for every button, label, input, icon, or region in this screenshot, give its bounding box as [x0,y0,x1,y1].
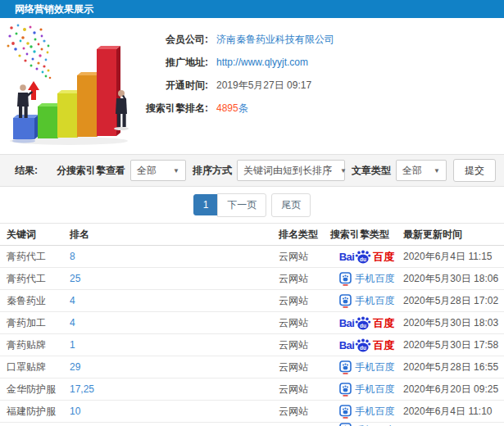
engine-cell: 手机百度 [330,272,403,286]
mobile-baidu-badge: 手机百度 [339,423,395,426]
rank-link[interactable]: 4 [70,317,279,329]
keyword-cell: 金华防护服 [7,383,70,397]
mobile-baidu-badge: 手机百度 [339,272,395,286]
rank-link[interactable]: 17,25 [70,383,279,395]
pagination: 1 下一页 尾页 [0,187,504,223]
sort-select[interactable]: 关键词由短到长排序 ▼ [237,160,345,181]
info-row-open-time: 开通时间: 2019年5月27日 09:17 [138,74,504,97]
article-type-select[interactable]: 全部 ▼ [396,160,447,181]
rank-link[interactable]: 4 [70,295,279,306]
table-body: 膏药代工 8 云网站 Bai du 百度 2020年6月4日 11:15 膏药代… [0,246,504,426]
keyword-cell: 秦鲁药业 [7,294,70,308]
keyword-cell: 口罩贴牌 [7,360,70,374]
member-info-panel: 会员公司: 济南秦鲁药业科技有限公司 推广地址: http://www.qlyy… [138,18,504,154]
mobile-baidu-badge: 手机百度 [339,360,395,374]
rank-type-cell: 云网站 [279,316,330,330]
rank-link[interactable]: 10 [70,406,279,417]
table-row: 口罩贴牌 29 云网站 手机百度 2020年5月28日 16:55 [0,356,504,378]
info-row-company: 会员公司: 济南秦鲁药业科技有限公司 [138,28,504,51]
submit-button[interactable]: 提交 [453,159,496,182]
table-row: 金华防护服 17,25 云网站 手机百度 2020年6月20日 09:25 [0,378,504,401]
company-link[interactable]: 济南秦鲁药业科技有限公司 [216,28,334,51]
article-type-label: 文章类型 [352,164,391,178]
rank-link[interactable]: 1 [70,339,279,351]
baidu-logo-bai-text: Bai [339,340,355,351]
rank-type-cell: 云网站 [279,360,330,374]
updated-cell: 2020年5月30日 18:06 [403,272,504,286]
table-header-row: 关键词 排名 排名类型 搜索引擎类型 最新更新时间 [0,223,504,246]
engine-cell: Bai du 百度 [330,250,403,264]
baidu-logo-cn-text: 百度 [373,318,394,329]
mobile-baidu-label: 手机百度 [356,296,395,306]
rank-link[interactable]: 29 [70,361,279,373]
mobile-baidu-icon [339,405,352,419]
baidu-logo: Bai du 百度 [339,338,395,352]
baidu-logo-bai-text: Bai [339,318,355,329]
table-row: 膏药代工 25 云网站 手机百度 2020年5月30日 18:06 [0,268,504,290]
open-time-label: 开通时间: [138,74,208,97]
result-label: 结果: [15,164,38,178]
baidu-paw-icon: du [355,338,371,352]
mobile-baidu-label: 手机百度 [356,406,395,416]
header-rank: 排名 [70,228,279,242]
mobile-baidu-badge: 手机百度 [339,405,395,419]
engine-cell: 手机百度 [330,423,403,426]
mobile-baidu-icon [339,294,352,308]
engine-cell: 手机百度 [330,405,403,419]
page-1-button[interactable]: 1 [193,194,219,215]
mobile-baidu-icon [339,272,352,286]
top-section: 会员公司: 济南秦鲁药业科技有限公司 推广地址: http://www.qlyy… [0,18,504,154]
rank-type-cell: 云网站 [279,250,330,264]
open-time-value: 2019年5月27日 09:17 [216,74,311,97]
updated-cell: 2020年5月30日 18:03 [403,316,504,330]
baidu-logo-bai-text: Bai [339,252,355,262]
mobile-baidu-label: 手机百度 [356,362,395,372]
svg-text:du: du [360,322,366,328]
table-row: 秦鲁药业 4 云网站 手机百度 2020年5月28日 17:02 [0,290,504,312]
header-rank-type: 排名类型 [279,228,330,242]
header-engine-type: 搜索引擎类型 [330,228,403,242]
promotion-url-link[interactable]: http://www.qlyyjt.com [216,51,308,74]
keyword-cell: 福建防护服 [7,405,70,419]
bar-chart-clipart-icon [3,21,134,146]
bar-red [97,46,120,136]
table-row: 膏药加工 4 云网站 Bai du 百度 2020年5月30日 18:03 [0,312,504,334]
chevron-down-icon: ▼ [165,167,179,174]
table-row: 福建防护服 10 云网站 手机百度 2020年6月4日 11:10 [0,401,504,423]
rank-link[interactable]: 8 [70,251,279,262]
page: 网络营销效果展示 [0,0,504,426]
updated-cell: 2020年5月28日 17:02 [403,294,504,308]
mobile-baidu-icon [339,423,352,426]
mobile-baidu-icon [339,383,352,397]
engine-cell: 手机百度 [330,294,403,308]
up-arrow-icon [28,81,39,100]
engine-filter-label: 分搜索引擎查看 [57,164,125,178]
rank-count-value: 4895条 [216,97,248,120]
keyword-cell: 膏药代工 [7,272,70,286]
rank-type-cell: 云网站 [279,294,330,308]
rank-count-suffix: 条 [238,102,248,114]
table-row: 膏药代工 8 云网站 Bai du 百度 2020年6月4日 11:15 [0,246,504,268]
bar-blue [13,115,39,139]
rank-type-cell: 云网站 [279,338,330,352]
sort-select-value: 关键词由短到长排序 [243,164,332,178]
mobile-baidu-badge: 手机百度 [339,294,395,308]
rank-link[interactable]: 25 [70,273,279,284]
baidu-logo: Bai du 百度 [339,250,395,264]
confetti-dots [7,25,52,79]
info-row-rank-count: 搜索引擎排名: 4895条 [138,97,504,120]
engine-cell: Bai du 百度 [330,316,403,330]
baidu-paw-icon: du [355,316,371,330]
updated-cell: 2020年5月28日 16:55 [403,360,504,374]
updated-cell: 2020年6月4日 11:10 [403,405,504,419]
last-page-button[interactable]: 尾页 [271,193,311,217]
engine-select[interactable]: 全部 ▼ [130,160,186,181]
engine-select-value: 全部 [137,164,157,178]
baidu-paw-icon: du [355,250,371,264]
table-row: 手机百度 [0,423,504,426]
company-label: 会员公司: [138,28,208,51]
next-page-button[interactable]: 下一页 [217,193,266,217]
engine-cell: Bai du 百度 [330,338,403,352]
baidu-logo-cn-text: 百度 [373,252,394,262]
page-title: 网络营销效果展示 [15,3,93,15]
